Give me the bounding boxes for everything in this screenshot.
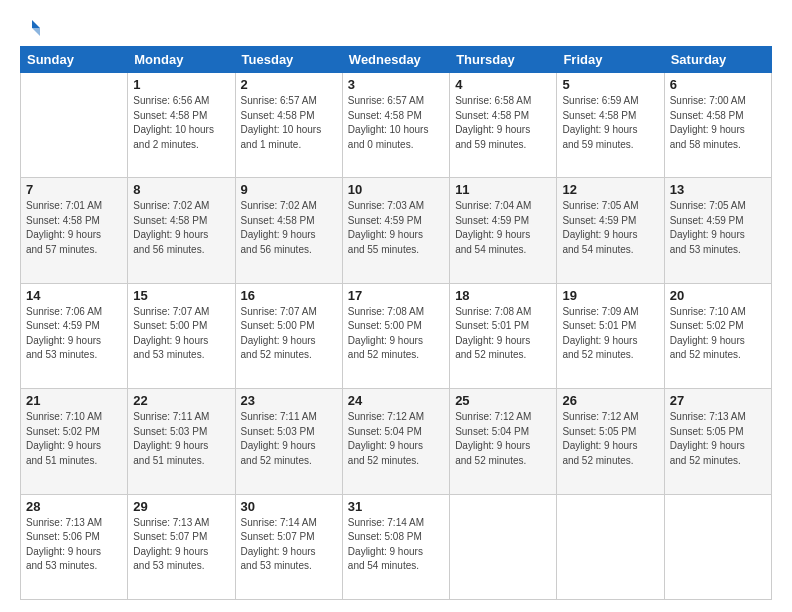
day-info: Sunrise: 7:14 AM Sunset: 5:07 PM Dayligh… [241,516,337,574]
calendar-cell: 29Sunrise: 7:13 AM Sunset: 5:07 PM Dayli… [128,494,235,599]
calendar-cell: 28Sunrise: 7:13 AM Sunset: 5:06 PM Dayli… [21,494,128,599]
day-header-thursday: Thursday [450,47,557,73]
calendar-week-row: 1Sunrise: 6:56 AM Sunset: 4:58 PM Daylig… [21,73,772,178]
day-info: Sunrise: 7:07 AM Sunset: 5:00 PM Dayligh… [133,305,229,363]
calendar-header-row: SundayMondayTuesdayWednesdayThursdayFrid… [21,47,772,73]
calendar-week-row: 14Sunrise: 7:06 AM Sunset: 4:59 PM Dayli… [21,283,772,388]
page: SundayMondayTuesdayWednesdayThursdayFrid… [0,0,792,612]
header [20,18,772,36]
calendar-cell: 3Sunrise: 6:57 AM Sunset: 4:58 PM Daylig… [342,73,449,178]
day-number: 19 [562,288,658,303]
calendar-cell: 15Sunrise: 7:07 AM Sunset: 5:00 PM Dayli… [128,283,235,388]
day-info: Sunrise: 6:59 AM Sunset: 4:58 PM Dayligh… [562,94,658,152]
day-info: Sunrise: 6:56 AM Sunset: 4:58 PM Dayligh… [133,94,229,152]
calendar-cell: 26Sunrise: 7:12 AM Sunset: 5:05 PM Dayli… [557,389,664,494]
calendar-cell [21,73,128,178]
day-number: 14 [26,288,122,303]
calendar-table: SundayMondayTuesdayWednesdayThursdayFrid… [20,46,772,600]
svg-marker-0 [32,20,40,28]
day-header-tuesday: Tuesday [235,47,342,73]
day-number: 23 [241,393,337,408]
day-info: Sunrise: 6:58 AM Sunset: 4:58 PM Dayligh… [455,94,551,152]
day-header-saturday: Saturday [664,47,771,73]
calendar-cell: 22Sunrise: 7:11 AM Sunset: 5:03 PM Dayli… [128,389,235,494]
calendar-cell: 10Sunrise: 7:03 AM Sunset: 4:59 PM Dayli… [342,178,449,283]
calendar-cell: 23Sunrise: 7:11 AM Sunset: 5:03 PM Dayli… [235,389,342,494]
calendar-cell: 21Sunrise: 7:10 AM Sunset: 5:02 PM Dayli… [21,389,128,494]
day-info: Sunrise: 7:10 AM Sunset: 5:02 PM Dayligh… [26,410,122,468]
day-info: Sunrise: 7:10 AM Sunset: 5:02 PM Dayligh… [670,305,766,363]
calendar-cell: 27Sunrise: 7:13 AM Sunset: 5:05 PM Dayli… [664,389,771,494]
day-number: 17 [348,288,444,303]
day-number: 18 [455,288,551,303]
calendar-cell: 16Sunrise: 7:07 AM Sunset: 5:00 PM Dayli… [235,283,342,388]
day-info: Sunrise: 7:01 AM Sunset: 4:58 PM Dayligh… [26,199,122,257]
day-info: Sunrise: 7:07 AM Sunset: 5:00 PM Dayligh… [241,305,337,363]
day-info: Sunrise: 7:08 AM Sunset: 5:00 PM Dayligh… [348,305,444,363]
calendar-cell: 20Sunrise: 7:10 AM Sunset: 5:02 PM Dayli… [664,283,771,388]
day-number: 6 [670,77,766,92]
day-info: Sunrise: 7:12 AM Sunset: 5:04 PM Dayligh… [455,410,551,468]
day-info: Sunrise: 7:06 AM Sunset: 4:59 PM Dayligh… [26,305,122,363]
day-info: Sunrise: 7:05 AM Sunset: 4:59 PM Dayligh… [562,199,658,257]
calendar-cell: 19Sunrise: 7:09 AM Sunset: 5:01 PM Dayli… [557,283,664,388]
calendar-cell: 18Sunrise: 7:08 AM Sunset: 5:01 PM Dayli… [450,283,557,388]
day-info: Sunrise: 7:11 AM Sunset: 5:03 PM Dayligh… [241,410,337,468]
day-info: Sunrise: 7:00 AM Sunset: 4:58 PM Dayligh… [670,94,766,152]
calendar-cell: 6Sunrise: 7:00 AM Sunset: 4:58 PM Daylig… [664,73,771,178]
day-number: 5 [562,77,658,92]
day-number: 4 [455,77,551,92]
logo [20,18,40,36]
day-number: 8 [133,182,229,197]
day-header-sunday: Sunday [21,47,128,73]
calendar-cell: 4Sunrise: 6:58 AM Sunset: 4:58 PM Daylig… [450,73,557,178]
day-number: 29 [133,499,229,514]
day-info: Sunrise: 7:13 AM Sunset: 5:05 PM Dayligh… [670,410,766,468]
day-info: Sunrise: 7:12 AM Sunset: 5:05 PM Dayligh… [562,410,658,468]
calendar-cell: 11Sunrise: 7:04 AM Sunset: 4:59 PM Dayli… [450,178,557,283]
day-info: Sunrise: 7:11 AM Sunset: 5:03 PM Dayligh… [133,410,229,468]
calendar-cell: 13Sunrise: 7:05 AM Sunset: 4:59 PM Dayli… [664,178,771,283]
day-number: 12 [562,182,658,197]
day-number: 28 [26,499,122,514]
day-number: 20 [670,288,766,303]
day-info: Sunrise: 7:03 AM Sunset: 4:59 PM Dayligh… [348,199,444,257]
calendar-cell: 12Sunrise: 7:05 AM Sunset: 4:59 PM Dayli… [557,178,664,283]
day-number: 3 [348,77,444,92]
calendar-cell [664,494,771,599]
calendar-cell: 5Sunrise: 6:59 AM Sunset: 4:58 PM Daylig… [557,73,664,178]
day-info: Sunrise: 6:57 AM Sunset: 4:58 PM Dayligh… [348,94,444,152]
logo-icon [22,18,40,36]
calendar-cell: 30Sunrise: 7:14 AM Sunset: 5:07 PM Dayli… [235,494,342,599]
day-info: Sunrise: 7:02 AM Sunset: 4:58 PM Dayligh… [241,199,337,257]
calendar-cell [557,494,664,599]
day-info: Sunrise: 7:09 AM Sunset: 5:01 PM Dayligh… [562,305,658,363]
calendar-cell: 14Sunrise: 7:06 AM Sunset: 4:59 PM Dayli… [21,283,128,388]
day-number: 25 [455,393,551,408]
svg-marker-1 [32,28,40,36]
day-number: 7 [26,182,122,197]
day-info: Sunrise: 7:04 AM Sunset: 4:59 PM Dayligh… [455,199,551,257]
day-number: 10 [348,182,444,197]
day-info: Sunrise: 7:02 AM Sunset: 4:58 PM Dayligh… [133,199,229,257]
day-info: Sunrise: 7:12 AM Sunset: 5:04 PM Dayligh… [348,410,444,468]
day-header-friday: Friday [557,47,664,73]
day-number: 16 [241,288,337,303]
day-header-monday: Monday [128,47,235,73]
day-header-wednesday: Wednesday [342,47,449,73]
day-number: 26 [562,393,658,408]
day-number: 1 [133,77,229,92]
day-number: 13 [670,182,766,197]
calendar-cell: 24Sunrise: 7:12 AM Sunset: 5:04 PM Dayli… [342,389,449,494]
day-number: 9 [241,182,337,197]
day-info: Sunrise: 7:13 AM Sunset: 5:06 PM Dayligh… [26,516,122,574]
calendar-cell: 8Sunrise: 7:02 AM Sunset: 4:58 PM Daylig… [128,178,235,283]
day-number: 11 [455,182,551,197]
day-number: 15 [133,288,229,303]
calendar-cell: 2Sunrise: 6:57 AM Sunset: 4:58 PM Daylig… [235,73,342,178]
day-number: 24 [348,393,444,408]
day-number: 31 [348,499,444,514]
calendar-week-row: 7Sunrise: 7:01 AM Sunset: 4:58 PM Daylig… [21,178,772,283]
day-info: Sunrise: 6:57 AM Sunset: 4:58 PM Dayligh… [241,94,337,152]
day-info: Sunrise: 7:08 AM Sunset: 5:01 PM Dayligh… [455,305,551,363]
